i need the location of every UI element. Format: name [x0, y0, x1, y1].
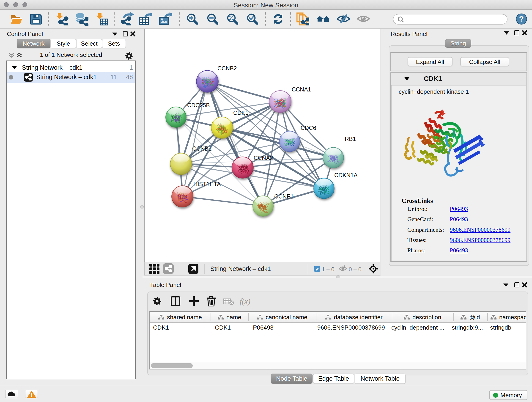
- svg-text:HIST1H1A: HIST1H1A: [193, 181, 221, 187]
- svg-text:CCNB2: CCNB2: [217, 65, 237, 71]
- svg-text:?: ?: [519, 14, 524, 23]
- svg-text:CDC6: CDC6: [301, 125, 316, 131]
- svg-text:CCNA1: CCNA1: [292, 86, 311, 93]
- svg-text:CCNE1: CCNE1: [274, 193, 294, 200]
- svg-text:RB1: RB1: [345, 136, 356, 142]
- svg-text:CCNA2: CCNA2: [254, 155, 273, 161]
- svg-text:CDKN1A: CDKN1A: [334, 172, 358, 178]
- svg-text:CDK1: CDK1: [233, 109, 249, 116]
- svg-text:CCNB1: CCNB1: [192, 145, 212, 152]
- svg-text:CDC25B: CDC25B: [187, 102, 210, 108]
